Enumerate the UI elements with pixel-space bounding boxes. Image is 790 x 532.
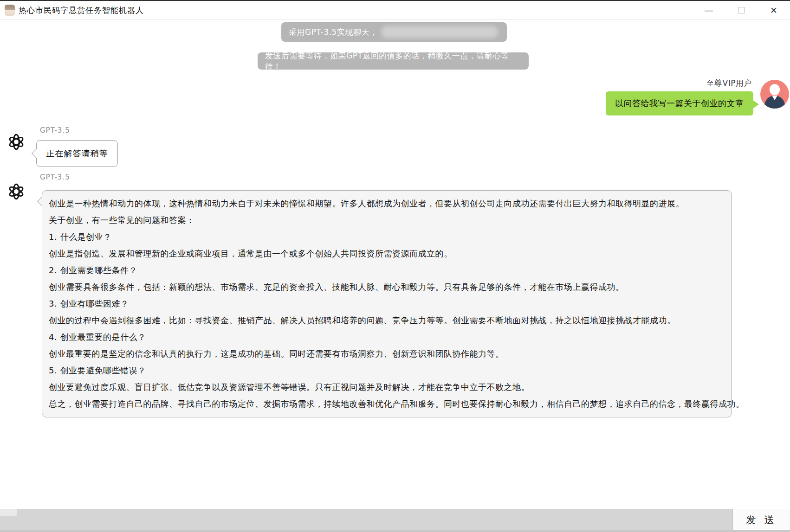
- app-window: 热心市民码字悬赏任务智能机器人 — ✕ 采用GPT-3.5实现聊天， 发送后需要…: [0, 0, 790, 532]
- reply-line: 总之，创业需要打造自己的品牌、寻找自己的市场定位、发掘市场需求，持续地改善和优化…: [49, 396, 725, 412]
- bubble-tail: [32, 149, 41, 158]
- notice-text: 发送后需要等待，如果GPT返回的值多的话，稍微久一点，请耐心等待！: [265, 51, 521, 72]
- send-button[interactable]: 发 送: [732, 509, 790, 530]
- user-avatar: [760, 80, 789, 109]
- openai-logo-icon: [6, 132, 26, 152]
- reply-line: 1. 什么是创业？: [49, 229, 725, 245]
- reply-line: 关于创业，有一些常见的问题和答案：: [49, 212, 725, 229]
- reply-line: 创业需要具备很多条件，包括：新颖的想法、市场需求、充足的资金投入、技能和人脉、耐…: [49, 279, 725, 295]
- close-icon: ✕: [770, 5, 777, 15]
- reply-line: 创业的过程中会遇到很多困难，比如：寻找资金、推销产品、解决人员招聘和培养的问题、…: [49, 312, 725, 329]
- bot-reply-bubble: 创业是一种热情和动力的体现，这种热情和动力来自于对未来的憧憬和期望。许多人都想成…: [42, 190, 732, 417]
- message-input[interactable]: [0, 509, 732, 530]
- reply-line: 5. 创业要避免哪些错误？: [49, 362, 725, 379]
- window-controls: — ✕: [693, 1, 790, 19]
- vip-user-label: 至尊VIP用户: [706, 78, 752, 89]
- close-button[interactable]: ✕: [758, 1, 790, 19]
- reply-line: 创业要避免过度乐观、盲目扩张、低估竞争以及资源管理不善等错误。只有正视问题并及时…: [49, 379, 725, 396]
- reply-line: 创业是一种热情和动力的体现，这种热情和动力来自于对未来的憧憬和期望。许多人都想成…: [49, 195, 725, 212]
- user-message-text: 以问答给我写一篇关于创业的文章: [615, 98, 744, 108]
- bubble-tail: [753, 100, 759, 109]
- notice-text: 采用GPT-3.5实现聊天，: [289, 27, 377, 38]
- minimize-icon: —: [704, 8, 713, 13]
- bot-status-text: 正在解答请稍等: [46, 148, 108, 159]
- gpt-model-label: GPT-3.5: [40, 173, 70, 181]
- minimize-button[interactable]: —: [693, 1, 725, 19]
- redacted-text: [381, 26, 498, 38]
- reply-line: 创业是指创造、发展和管理新的企业或商业项目，通常是由一个或多个创始人共同投资所需…: [49, 245, 725, 262]
- title-bar: 热心市民码字悬赏任务智能机器人 — ✕: [0, 1, 790, 19]
- openai-logo-icon: [6, 182, 26, 201]
- composer-bar: 发 送: [0, 509, 790, 532]
- bubble-tail: [37, 197, 46, 206]
- send-button-label: 发 送: [746, 513, 777, 526]
- bot-status-bubble: 正在解答请稍等: [36, 140, 118, 167]
- maximize-icon: [738, 7, 745, 13]
- user-message-bubble: 以问答给我写一篇关于创业的文章: [606, 91, 753, 115]
- reply-line: 3. 创业有哪些困难？: [49, 295, 725, 312]
- app-icon: [5, 5, 15, 16]
- reply-line: 创业最重要的是坚定的信念和认真的执行力，这是成功的基础。同时还需要有市场洞察力、…: [49, 346, 725, 362]
- gpt-model-label: GPT-3.5: [40, 126, 70, 135]
- notice-bubble-chat-mode: 采用GPT-3.5实现聊天，: [281, 22, 507, 42]
- notice-bubble-wait-hint: 发送后需要等待，如果GPT返回的值多的话，稍微久一点，请耐心等待！: [258, 52, 529, 70]
- window-title: 热心市民码字悬赏任务智能机器人: [19, 1, 144, 19]
- avatar-person-icon: [770, 84, 780, 95]
- reply-line: 4. 创业最重要的是什么？: [49, 329, 725, 346]
- composer-bottom-strip: [0, 530, 790, 532]
- maximize-button[interactable]: [725, 1, 758, 19]
- reply-line: 2. 创业需要哪些条件？: [49, 262, 725, 279]
